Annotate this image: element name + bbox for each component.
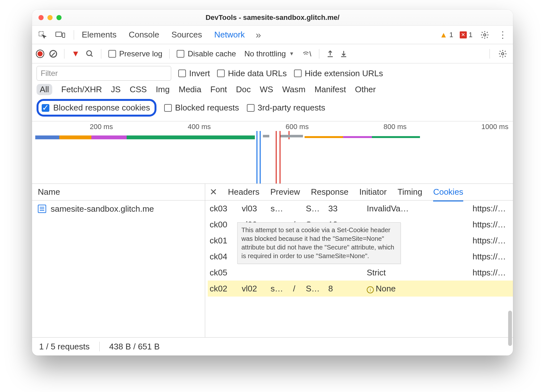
- request-grid: Name samesite-sandbox.glitch.me ✕ Header…: [32, 184, 513, 338]
- status-requests: 1 / 5 requests: [39, 342, 90, 352]
- checkbox-checked-icon: ✓: [42, 104, 49, 112]
- inspect-icon[interactable]: [37, 29, 48, 41]
- throttling-select[interactable]: No throttling ▼: [242, 48, 297, 60]
- window-title: DevTools - samesite-sandbox.glitch.me/: [32, 13, 513, 22]
- status-bar: 1 / 5 requests 438 B / 651 B: [32, 338, 513, 355]
- third-party-toggle[interactable]: 3rd-party requests: [247, 103, 325, 113]
- hide-data-urls-toggle[interactable]: Hide data URLs: [217, 69, 287, 78]
- tab-preview[interactable]: Preview: [270, 187, 300, 197]
- blocked-requests-label: Blocked requests: [175, 103, 239, 113]
- throttling-value: No throttling: [244, 49, 286, 58]
- invert-toggle[interactable]: Invert: [178, 69, 210, 78]
- type-fetchxhr[interactable]: Fetch/XHR: [61, 85, 102, 94]
- tab-sources[interactable]: Sources: [172, 30, 202, 40]
- invert-label: Invert: [189, 69, 210, 78]
- tick-label: 600 ms: [286, 123, 309, 131]
- svg-rect-2: [63, 33, 65, 37]
- import-har-icon[interactable]: [326, 50, 334, 58]
- third-party-label: 3rd-party requests: [258, 103, 325, 113]
- panel-tabs: Elements Console Sources Network » ▲ 1 ✕…: [32, 26, 513, 44]
- type-all[interactable]: All: [37, 84, 52, 95]
- tab-network[interactable]: Network: [214, 30, 245, 39]
- document-icon: [38, 205, 46, 213]
- close-details-button[interactable]: ✕: [210, 187, 217, 197]
- tab-elements[interactable]: Elements: [82, 30, 116, 40]
- disable-cache-label: Disable cache: [188, 49, 236, 58]
- request-name: samesite-sandbox.glitch.me: [51, 204, 154, 214]
- tab-headers[interactable]: Headers: [228, 187, 259, 197]
- tab-cookies[interactable]: Cookies: [433, 187, 463, 197]
- blocked-requests-toggle[interactable]: Blocked requests: [164, 103, 239, 113]
- svg-point-4: [87, 51, 91, 55]
- hide-data-label: Hide data URLs: [228, 69, 287, 78]
- tab-timing[interactable]: Timing: [398, 187, 422, 197]
- type-doc[interactable]: Doc: [236, 85, 251, 94]
- cookie-blocked-tooltip: This attempt to set a cookie via a Set-C…: [237, 222, 401, 264]
- tab-initiator[interactable]: Initiator: [359, 187, 387, 197]
- type-other[interactable]: Other: [355, 85, 376, 94]
- type-wasm[interactable]: Wasm: [282, 85, 306, 94]
- more-icon[interactable]: ⋮: [497, 29, 508, 41]
- cookie-row[interactable]: ck03vl03s…S…33InvalidVa…https://…M.: [208, 200, 513, 216]
- filter-toggle-icon[interactable]: ▼: [71, 49, 80, 59]
- filter-placeholder: Filter: [41, 69, 58, 78]
- type-js[interactable]: JS: [111, 85, 121, 94]
- tick-label: 400 ms: [188, 123, 211, 131]
- svg-line-6: [310, 51, 311, 56]
- status-bytes: 438 B / 651 B: [109, 342, 160, 352]
- svg-line-5: [91, 55, 92, 56]
- type-manifest[interactable]: Manifest: [314, 85, 346, 94]
- scrollbar-thumb[interactable]: [508, 311, 512, 346]
- preserve-log-toggle[interactable]: Preserve log: [108, 49, 163, 58]
- network-settings-icon[interactable]: [497, 48, 508, 60]
- type-font[interactable]: Font: [210, 85, 227, 94]
- type-css[interactable]: CSS: [130, 85, 147, 94]
- warning-icon: ▲: [440, 30, 448, 39]
- network-conditions-icon[interactable]: [302, 50, 312, 58]
- request-row[interactable]: samesite-sandbox.glitch.me: [32, 200, 205, 217]
- traffic-minimize[interactable]: [47, 15, 53, 20]
- tab-console[interactable]: Console: [129, 30, 159, 40]
- network-toolbar: ▼ Preserve log Disable cache No throttli…: [32, 44, 513, 63]
- export-har-icon[interactable]: [340, 50, 348, 58]
- type-ws[interactable]: WS: [260, 85, 273, 94]
- clear-button[interactable]: [49, 50, 57, 58]
- blocked-filters-row: ✓ Blocked response cookies Blocked reque…: [32, 97, 513, 121]
- blocked-response-cookies-toggle[interactable]: ✓ Blocked response cookies: [37, 99, 156, 117]
- cookie-row[interactable]: ck05Stricthttps://…M.: [208, 265, 513, 281]
- filter-row: Filter Invert Hide data URLs Hide extens…: [32, 63, 513, 81]
- record-button[interactable]: [37, 50, 44, 57]
- device-toggle-icon[interactable]: [55, 29, 66, 41]
- detail-tabs: ✕ Headers Preview Response Initiator Tim…: [205, 184, 513, 200]
- blocked-cookies-label: Blocked response cookies: [53, 103, 150, 113]
- column-header-name[interactable]: Name: [32, 184, 205, 200]
- type-media[interactable]: Media: [179, 85, 201, 94]
- error-icon: ✕: [460, 31, 467, 38]
- tab-response[interactable]: Response: [311, 187, 348, 197]
- settings-icon[interactable]: [479, 29, 491, 41]
- warnings-count: 1: [449, 31, 453, 39]
- errors-badge[interactable]: ✕ 1: [460, 31, 473, 39]
- type-img[interactable]: Img: [156, 85, 170, 94]
- tabs-overflow[interactable]: »: [256, 29, 261, 40]
- traffic-close[interactable]: [38, 15, 44, 20]
- disable-cache-toggle[interactable]: Disable cache: [177, 49, 236, 58]
- hide-ext-urls-toggle[interactable]: Hide extension URLs: [294, 69, 383, 78]
- errors-count: 1: [469, 31, 473, 39]
- resource-type-row: All Fetch/XHR JS CSS Img Media Font Doc …: [32, 81, 513, 97]
- hide-ext-label: Hide extension URLs: [305, 69, 383, 78]
- search-icon[interactable]: [86, 50, 94, 58]
- cookie-row[interactable]: ck02vl02s…/S…8iNoneM.: [208, 281, 513, 297]
- traffic-zoom[interactable]: [56, 15, 62, 20]
- svg-point-3: [484, 34, 486, 36]
- titlebar: DevTools - samesite-sandbox.glitch.me/: [32, 10, 513, 26]
- filter-input[interactable]: Filter: [37, 66, 171, 81]
- preserve-log-label: Preserve log: [119, 49, 163, 58]
- tick-label: 200 ms: [90, 123, 113, 131]
- cookies-table: ck03vl03s…S…33InvalidVa…https://…M.ck00v…: [205, 200, 513, 337]
- tick-label: 1000 ms: [482, 123, 508, 131]
- chevron-down-icon: ▼: [289, 51, 294, 57]
- warnings-badge[interactable]: ▲ 1: [440, 30, 453, 39]
- devtools-window: DevTools - samesite-sandbox.glitch.me/ E…: [32, 10, 513, 355]
- timeline-overview[interactable]: 200 ms 400 ms 600 ms 800 ms 1000 ms: [32, 121, 513, 184]
